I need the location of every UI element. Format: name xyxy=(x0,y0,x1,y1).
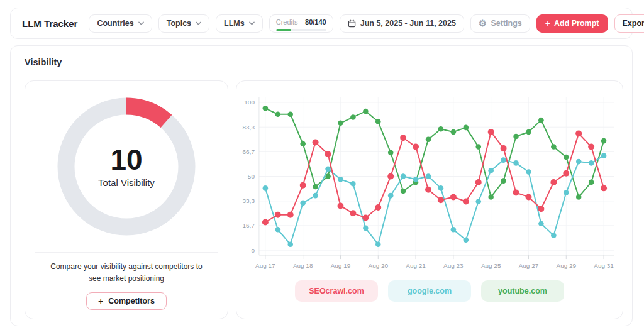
data-point-youtube.com[interactable] xyxy=(513,134,519,140)
data-point-google.com[interactable] xyxy=(363,226,369,231)
app-title: LLM Tracker xyxy=(22,18,77,29)
date-range-picker[interactable]: Jun 5, 2025 - Jun 11, 2025 xyxy=(340,14,464,33)
data-point-SEOcrawl.com[interactable] xyxy=(538,206,544,212)
data-point-youtube.com[interactable] xyxy=(300,141,306,147)
data-point-google.com[interactable] xyxy=(601,153,607,158)
data-point-google.com[interactable] xyxy=(475,199,481,204)
data-point-google.com[interactable] xyxy=(513,160,519,166)
add-competitors-button[interactable]: + Competitors xyxy=(86,292,167,310)
filter-countries-dropdown[interactable]: Countries xyxy=(89,14,152,33)
data-point-SEOcrawl.com[interactable] xyxy=(450,194,457,200)
data-point-SEOcrawl.com[interactable] xyxy=(400,135,406,141)
x-tick-label: Aug 21 xyxy=(406,262,426,269)
data-point-SEOcrawl.com[interactable] xyxy=(475,179,482,185)
competitors-description: Compare your visibility against competit… xyxy=(50,261,202,284)
data-point-google.com[interactable] xyxy=(300,201,306,206)
data-point-google.com[interactable] xyxy=(426,173,431,179)
data-point-youtube.com[interactable] xyxy=(488,194,494,200)
data-point-google.com[interactable] xyxy=(538,221,544,226)
data-point-google.com[interactable] xyxy=(388,193,394,199)
data-point-google.com[interactable] xyxy=(576,159,582,165)
data-point-youtube.com[interactable] xyxy=(375,119,381,124)
data-point-google.com[interactable] xyxy=(589,160,594,166)
data-point-youtube.com[interactable] xyxy=(363,109,369,114)
data-point-youtube.com[interactable] xyxy=(564,155,569,160)
data-point-google.com[interactable] xyxy=(263,185,269,191)
data-point-youtube.com[interactable] xyxy=(464,125,469,131)
data-point-google.com[interactable] xyxy=(488,168,494,173)
legend-pill-youtube[interactable]: youtube.com xyxy=(481,280,564,302)
data-point-youtube.com[interactable] xyxy=(601,138,607,144)
filter-llms-dropdown[interactable]: LLMs xyxy=(216,14,263,33)
data-point-SEOcrawl.com[interactable] xyxy=(438,197,444,203)
data-point-SEOcrawl.com[interactable] xyxy=(275,212,281,218)
data-point-google.com[interactable] xyxy=(375,241,381,247)
data-point-google.com[interactable] xyxy=(275,227,281,233)
data-point-youtube.com[interactable] xyxy=(350,114,356,120)
export-dropdown[interactable]: Export xyxy=(614,14,644,33)
data-point-google.com[interactable] xyxy=(338,177,343,182)
data-point-SEOcrawl.com[interactable] xyxy=(362,214,369,221)
filter-topics-label: Topics xyxy=(167,19,191,28)
data-point-youtube.com[interactable] xyxy=(275,111,281,117)
data-point-google.com[interactable] xyxy=(501,157,506,163)
data-point-SEOcrawl.com[interactable] xyxy=(337,203,343,209)
data-point-google.com[interactable] xyxy=(287,241,293,247)
data-point-SEOcrawl.com[interactable] xyxy=(488,129,494,135)
data-point-google.com[interactable] xyxy=(564,190,569,195)
data-point-SEOcrawl.com[interactable] xyxy=(575,130,582,136)
data-point-SEOcrawl.com[interactable] xyxy=(588,144,594,150)
data-point-SEOcrawl.com[interactable] xyxy=(287,212,294,218)
data-point-SEOcrawl.com[interactable] xyxy=(300,182,306,189)
data-point-google.com[interactable] xyxy=(464,237,469,243)
data-point-SEOcrawl.com[interactable] xyxy=(563,170,569,177)
data-point-youtube.com[interactable] xyxy=(451,129,457,135)
data-point-SEOcrawl.com[interactable] xyxy=(325,151,331,157)
data-point-google.com[interactable] xyxy=(350,181,356,187)
filter-topics-dropdown[interactable]: Topics xyxy=(158,14,209,33)
data-point-youtube.com[interactable] xyxy=(475,144,481,150)
data-point-SEOcrawl.com[interactable] xyxy=(525,194,531,200)
data-point-SEOcrawl.com[interactable] xyxy=(262,219,269,226)
data-point-SEOcrawl.com[interactable] xyxy=(550,179,557,185)
add-prompt-button[interactable]: + Add Prompt xyxy=(536,14,608,33)
data-point-SEOcrawl.com[interactable] xyxy=(350,210,356,216)
data-point-SEOcrawl.com[interactable] xyxy=(463,199,469,205)
data-point-SEOcrawl.com[interactable] xyxy=(601,185,607,191)
data-point-youtube.com[interactable] xyxy=(263,106,269,111)
data-point-SEOcrawl.com[interactable] xyxy=(513,189,519,195)
data-point-SEOcrawl.com[interactable] xyxy=(425,187,431,193)
filter-llms-label: LLMs xyxy=(224,19,245,28)
data-point-google.com[interactable] xyxy=(325,166,331,172)
data-point-youtube.com[interactable] xyxy=(426,136,431,142)
data-point-youtube.com[interactable] xyxy=(526,129,531,135)
data-point-google.com[interactable] xyxy=(438,185,444,191)
data-point-youtube.com[interactable] xyxy=(538,118,544,123)
data-point-google.com[interactable] xyxy=(551,233,557,238)
legend-pill-seocrawl[interactable]: SEOcrawl.com xyxy=(295,280,378,302)
data-point-SEOcrawl.com[interactable] xyxy=(313,139,319,145)
data-point-SEOcrawl.com[interactable] xyxy=(501,145,507,151)
data-point-google.com[interactable] xyxy=(526,169,531,175)
data-point-SEOcrawl.com[interactable] xyxy=(375,204,381,211)
data-point-SEOcrawl.com[interactable] xyxy=(413,144,419,150)
data-point-SEOcrawl.com[interactable] xyxy=(387,173,394,180)
data-point-google.com[interactable] xyxy=(401,173,406,179)
data-point-youtube.com[interactable] xyxy=(388,150,394,156)
divider xyxy=(35,252,218,253)
data-point-youtube.com[interactable] xyxy=(501,178,506,184)
data-point-google.com[interactable] xyxy=(451,227,457,233)
data-point-google.com[interactable] xyxy=(413,177,419,182)
legend-pill-google[interactable]: google.com xyxy=(388,280,471,302)
data-point-youtube.com[interactable] xyxy=(313,184,318,190)
data-point-youtube.com[interactable] xyxy=(551,144,557,150)
settings-button[interactable]: ⚙ Settings xyxy=(470,14,530,33)
data-point-youtube.com[interactable] xyxy=(325,173,331,179)
data-point-youtube.com[interactable] xyxy=(576,194,582,200)
data-point-youtube.com[interactable] xyxy=(401,189,406,194)
data-point-youtube.com[interactable] xyxy=(287,111,293,117)
data-point-google.com[interactable] xyxy=(313,193,318,199)
data-point-youtube.com[interactable] xyxy=(438,126,444,132)
data-point-youtube.com[interactable] xyxy=(589,180,594,185)
data-point-youtube.com[interactable] xyxy=(338,121,343,126)
